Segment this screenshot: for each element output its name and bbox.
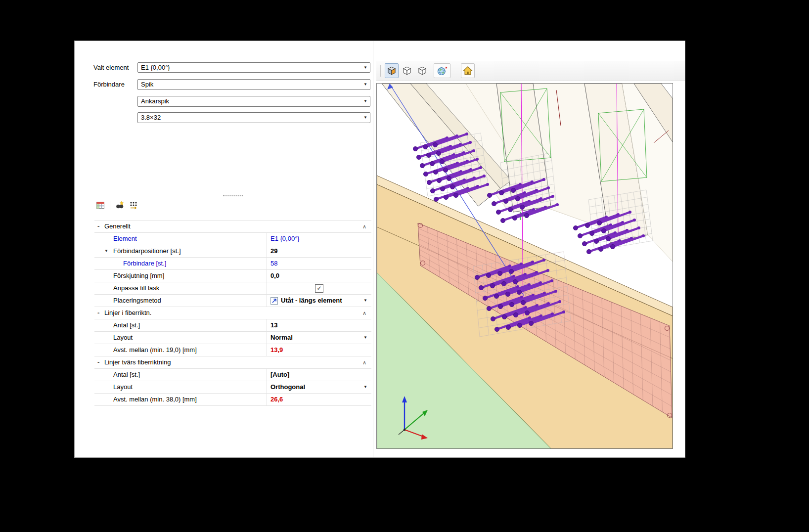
property-label: Layout (113, 383, 133, 391)
property-label: Antal [st.] (113, 371, 140, 378)
desktop-background: { "form": { "valt_element_label": "Valt … (0, 0, 809, 532)
property-grid: -Generellt∧ElementE1 {0,00°}▼Förbindarpo… (94, 220, 371, 406)
property-row[interactable]: ▼Förbindarpositioner [st.]29 (94, 245, 371, 258)
property-row[interactable]: LayoutNormal▼ (94, 332, 371, 344)
toolbar-separator (380, 65, 381, 77)
group-header[interactable]: -Generellt∧ (94, 221, 371, 233)
property-label: Förbindare [st.] (123, 260, 166, 267)
property-label: Antal [st.] (113, 321, 140, 329)
valt-element-value: E1 {0,00°} (141, 64, 170, 71)
globe-refresh-icon[interactable] (434, 63, 450, 78)
property-row[interactable]: Avst. mellan (min. 38,0) [mm]26,6 (94, 394, 371, 406)
forbindare-type-value: Spik (141, 81, 153, 88)
forbindare-subtype-select[interactable]: Ankarspik ▼ (137, 96, 370, 107)
property-row[interactable]: PlaceringsmetodUtåt - längs element▼ (94, 295, 371, 307)
property-label: Förbindarpositioner [st.] (113, 247, 181, 255)
forbindare-dimension-value: 3.8×32 (141, 114, 161, 121)
wireframe-cube-icon[interactable] (400, 63, 414, 78)
property-value: 29 (270, 245, 277, 257)
property-label: Avst. mellan (min. 38,0) [mm] (113, 396, 197, 403)
group-label: Linjer i fiberriktn. (104, 307, 151, 319)
collapse-indicator[interactable]: - (97, 221, 99, 232)
property-label: Element (113, 235, 137, 242)
viewport-3d[interactable] (376, 83, 673, 449)
property-row[interactable]: Förskjutning [mm]0,0 (94, 270, 371, 282)
table-view-icon[interactable] (94, 199, 106, 211)
viewport-3d-scene[interactable] (377, 84, 673, 448)
property-toolbar (94, 199, 139, 211)
forbindare-dimension-select[interactable]: 3.8×32 ▼ (137, 112, 370, 123)
dropdown-arrow-icon[interactable]: ▼ (363, 96, 367, 106)
property-value: E1 {0,00°} (270, 233, 300, 245)
collapse-chevron-icon[interactable]: ∧ (362, 221, 366, 232)
property-row[interactable]: LayoutOrthogonal▼ (94, 381, 371, 394)
property-row[interactable]: Antal [st.]13 (94, 319, 371, 332)
property-label: Förskjutning [mm] (113, 272, 164, 279)
property-value: 0,0 (270, 270, 279, 282)
dropdown-arrow-icon[interactable]: ▼ (363, 63, 367, 72)
property-value: 13 (270, 319, 277, 331)
forbindare-label: Förbindare (93, 79, 125, 90)
pane-splitter[interactable] (373, 41, 373, 457)
checkbox[interactable]: ✓ (315, 284, 323, 293)
binoculars-highlight-icon[interactable] (114, 199, 126, 211)
toolbar-separator (110, 201, 110, 210)
splitter-handle[interactable] (223, 195, 243, 196)
dropdown-arrow-icon[interactable]: ▼ (363, 295, 367, 307)
expander-icon[interactable]: ▼ (104, 245, 108, 257)
hidden-line-cube-icon[interactable] (415, 63, 429, 78)
property-value: 13,9 (270, 344, 283, 356)
outward-direction-icon (270, 297, 278, 305)
shaded-cube-icon[interactable] (385, 63, 399, 78)
property-row[interactable]: Anpassa till lask✓ (94, 282, 371, 295)
property-value: Orthogonal (270, 381, 305, 393)
view-toolbar (376, 61, 685, 81)
app-window: Valt element E1 {0,00°} ▼ Förbindare Spi… (74, 41, 685, 458)
dropdown-arrow-icon[interactable]: ▼ (363, 113, 367, 123)
collapse-chevron-icon[interactable]: ∧ (362, 356, 366, 368)
nail-pattern-icon[interactable] (128, 199, 139, 211)
collapse-indicator[interactable]: - (97, 356, 99, 368)
property-value: Utåt - längs element (281, 295, 342, 307)
property-row[interactable]: Avst. mellan (min. 19,0) [mm]13,9 (94, 344, 371, 356)
forbindare-subtype-value: Ankarspik (141, 97, 169, 105)
dropdown-arrow-icon[interactable]: ▼ (363, 332, 367, 344)
valt-element-select[interactable]: E1 {0,00°} ▼ (137, 62, 370, 73)
property-value: 26,6 (270, 394, 283, 405)
property-row[interactable]: ElementE1 {0,00°} (94, 233, 371, 245)
valt-element-label: Valt element (93, 62, 129, 73)
property-label: Avst. mellan (min. 19,0) [mm] (113, 346, 197, 354)
group-header[interactable]: -Linjer tvärs fiberriktning∧ (94, 356, 371, 369)
group-label: Linjer tvärs fiberriktning (104, 356, 171, 368)
property-value: [Auto] (270, 369, 289, 381)
property-value: 58 (270, 258, 277, 269)
dropdown-arrow-icon[interactable]: ▼ (363, 381, 367, 393)
property-row[interactable]: Antal [st.][Auto] (94, 369, 371, 381)
collapse-chevron-icon[interactable]: ∧ (362, 307, 366, 319)
property-row[interactable]: Förbindare [st.]58 (94, 258, 371, 270)
home-view-icon[interactable] (461, 63, 475, 78)
forbindare-type-select[interactable]: Spik ▼ (137, 79, 370, 90)
property-value: Normal (270, 332, 293, 344)
property-label: Placeringsmetod (113, 297, 161, 304)
collapse-indicator[interactable]: - (97, 307, 99, 319)
property-label: Layout (113, 334, 133, 341)
dropdown-arrow-icon[interactable]: ▼ (363, 80, 367, 89)
property-label: Anpassa till lask (113, 284, 159, 292)
group-header[interactable]: -Linjer i fiberriktn.∧ (94, 307, 371, 319)
group-label: Generellt (104, 221, 131, 232)
